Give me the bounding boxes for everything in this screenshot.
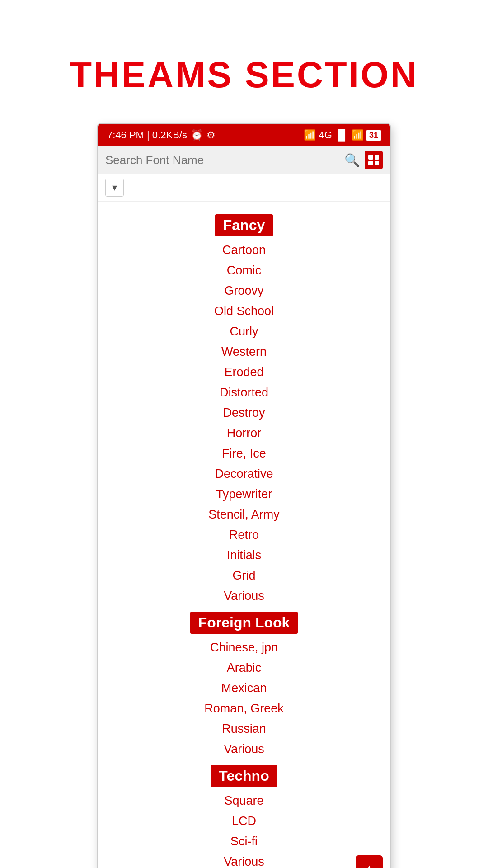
page-title: THEAMS SECTION xyxy=(70,55,418,95)
status-bar: 7:46 PM | 0.2KB/s ⏰ ⚙ 📶 4G ▐▌ 📶 31 xyxy=(98,124,390,146)
list-item[interactable]: Russian xyxy=(98,719,390,739)
filter-row: ▾ xyxy=(98,174,390,202)
list-item[interactable]: Curly xyxy=(98,321,390,342)
wifi-icon: 📶 xyxy=(352,129,364,141)
list-item[interactable]: Various xyxy=(98,739,390,760)
list-item[interactable]: Various xyxy=(98,852,390,868)
list-item[interactable]: Horror xyxy=(98,423,390,443)
list-item[interactable]: Western xyxy=(98,342,390,362)
status-left: 7:46 PM | 0.2KB/s ⏰ ⚙ xyxy=(107,129,216,141)
category-list: Fancy Cartoon Comic Groovy Old School Cu… xyxy=(98,202,390,868)
signal-label: 4G xyxy=(319,129,332,141)
foreign-look-items: Chinese, jpn Arabic Mexican Roman, Greek… xyxy=(98,637,390,760)
category-header-fancy[interactable]: Fancy xyxy=(215,214,273,236)
dropdown-button[interactable]: ▾ xyxy=(105,179,124,197)
list-item[interactable]: Old School xyxy=(98,301,390,321)
techno-items: Square LCD Sci-fi Various xyxy=(98,791,390,868)
list-item[interactable]: LCD xyxy=(98,811,390,831)
list-item[interactable]: Chinese, jpn xyxy=(98,637,390,658)
settings-icon: ⚙ xyxy=(206,129,216,141)
category-header-techno[interactable]: Techno xyxy=(211,765,277,787)
list-item[interactable]: Decorative xyxy=(98,464,390,484)
category-techno: Techno Square LCD Sci-fi Various xyxy=(98,760,390,868)
chevron-down-icon: ▾ xyxy=(112,182,117,193)
page-title-section: THEAMS SECTION xyxy=(0,0,488,123)
list-item[interactable]: Initials xyxy=(98,545,390,566)
list-item[interactable]: Eroded xyxy=(98,362,390,382)
list-item[interactable]: Grid xyxy=(98,566,390,586)
list-item[interactable]: Fire, Ice xyxy=(98,443,390,464)
list-item[interactable]: Comic xyxy=(98,260,390,281)
list-item[interactable]: Stencil, Army xyxy=(98,505,390,525)
list-item[interactable]: Cartoon xyxy=(98,240,390,260)
list-item[interactable]: Sci-fi xyxy=(98,831,390,852)
alarm-icon: ⏰ xyxy=(191,129,203,141)
status-right: 📶 4G ▐▌ 📶 31 xyxy=(304,129,381,141)
list-item[interactable]: Arabic xyxy=(98,658,390,678)
list-item[interactable]: Destroy xyxy=(98,403,390,423)
grid-icon xyxy=(368,155,379,165)
fancy-items: Cartoon Comic Groovy Old School Curly We… xyxy=(98,240,390,606)
phone-frame: 7:46 PM | 0.2KB/s ⏰ ⚙ 📶 4G ▐▌ 📶 31 🔍 ▾ xyxy=(97,123,391,868)
chevron-up-icon: ▲ xyxy=(363,862,375,868)
grid-view-button[interactable] xyxy=(365,151,383,169)
scroll-top-button[interactable]: ▲ xyxy=(356,855,383,868)
category-foreign-look: Foreign Look Chinese, jpn Arabic Mexican… xyxy=(98,606,390,760)
search-bar: 🔍 xyxy=(98,146,390,174)
search-input[interactable] xyxy=(105,153,340,167)
list-item[interactable]: Distorted xyxy=(98,382,390,403)
list-item[interactable]: Typewriter xyxy=(98,484,390,505)
list-item[interactable]: Retro xyxy=(98,525,390,545)
list-item[interactable]: Square xyxy=(98,791,390,811)
signal-bars-icon: ▐▌ xyxy=(335,129,349,141)
battery-level: 31 xyxy=(366,130,381,141)
category-header-foreign-look[interactable]: Foreign Look xyxy=(190,612,298,634)
list-item[interactable]: Groovy xyxy=(98,281,390,301)
category-fancy: Fancy Cartoon Comic Groovy Old School Cu… xyxy=(98,209,390,606)
search-button[interactable]: 🔍 xyxy=(344,153,360,168)
list-item[interactable]: Mexican xyxy=(98,678,390,698)
status-time: 7:46 PM | 0.2KB/s xyxy=(107,129,187,141)
sim-icon: 📶 xyxy=(304,129,316,141)
list-item[interactable]: Roman, Greek xyxy=(98,698,390,719)
list-item[interactable]: Various xyxy=(98,586,390,606)
